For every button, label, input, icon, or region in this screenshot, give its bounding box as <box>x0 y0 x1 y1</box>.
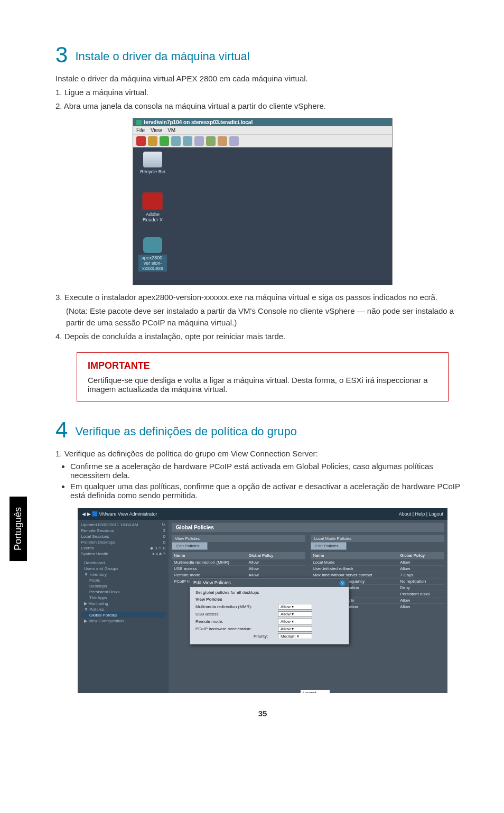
section3-step2: 2. Abra uma janela da consola na máquina… <box>55 100 470 112</box>
edit-view-policies-button[interactable]: Edit Policies... <box>172 542 208 550</box>
menu-view[interactable]: View <box>151 127 162 133</box>
priority-option[interactable]: Lowest <box>301 690 330 693</box>
view-admin-title: VMware View Administrator <box>99 511 157 517</box>
apex-installer-label: apex2800-ver sion-xxxxx.exe <box>138 255 167 272</box>
cd-icon[interactable] <box>206 136 216 146</box>
sidebar-updated: Updated 03/09/2011 10:04 AM <box>81 522 138 527</box>
stop-icon[interactable] <box>136 136 146 146</box>
info-icon: ? <box>339 580 346 586</box>
section4-number: 4 <box>55 417 68 442</box>
menu-file[interactable]: File <box>136 127 145 133</box>
section4-heading: 4 Verifique as definições de política do… <box>55 417 470 443</box>
floppy-icon[interactable] <box>218 136 227 146</box>
dialog-subtitle: Set global policies for all desktops <box>195 590 343 595</box>
stat-local-val: 0 <box>163 534 165 539</box>
vm-toolbar <box>133 134 392 147</box>
section3-title: Instale o driver da máquina virtual <box>75 50 249 63</box>
section4-bullet2: Em qualquer uma das políticas, confirme … <box>70 482 470 500</box>
play-icon[interactable] <box>160 136 169 146</box>
section4-title: Verifique as definições de política do g… <box>75 425 297 438</box>
pause-icon[interactable] <box>148 136 157 146</box>
priority-dropdown[interactable]: Lowest Lower Medium Higher Highest <box>300 689 330 693</box>
section3-step3a: 3. Execute o instalador apex2800-version… <box>55 292 470 303</box>
section4-bullet1: Confirme se a aceleração de hardware PCo… <box>70 462 470 480</box>
revert-icon[interactable] <box>183 136 192 146</box>
recycle-bin-icon[interactable]: Recycle Bin <box>138 152 167 174</box>
recycle-bin-label: Recycle Bin <box>138 169 167 174</box>
view-admin-sidebar: Updated 03/09/2011 10:04 AM↻ Remote Sess… <box>78 520 169 693</box>
section4-bullets: Confirme se a aceleração de hardware PCo… <box>55 462 470 500</box>
th-policy2: Global Policy <box>398 552 444 559</box>
remote-select[interactable]: Allow ▾ <box>278 619 312 624</box>
vmware-logo-icon: 🟦 <box>92 511 98 517</box>
stat-health-val: ♦ 4 ♣ 7 <box>152 552 165 556</box>
snapshot-icon[interactable] <box>171 136 181 146</box>
nav-pools[interactable]: Pools <box>81 577 165 583</box>
nav-thinapps[interactable]: ThinApps <box>81 595 165 601</box>
nav-monitoring[interactable]: ▶ Monitoring <box>81 601 165 606</box>
th-policy: Global Policy <box>247 552 305 559</box>
page-number: 35 <box>55 709 470 718</box>
main-header: Global Policies <box>172 523 444 532</box>
apex-installer-icon[interactable]: apex2800-ver sion-xxxxx.exe <box>138 237 167 272</box>
nav-view-config[interactable]: ▶ View Configuration <box>81 618 165 624</box>
nav-fwd-icon[interactable]: ▶ <box>87 511 91 517</box>
pcoip-select[interactable]: Allow ▾ <box>278 626 312 632</box>
section3-intro: Instale o driver da máquina virtual APEX… <box>55 73 470 85</box>
vm-window-title: tervdiwin7p104 on steresxp03.teradici.lo… <box>144 119 253 125</box>
refresh-icon[interactable]: ↻ <box>162 522 165 527</box>
dialog-title: Edit View Policies ? <box>190 578 349 587</box>
stat-health-label: System Health <box>81 552 108 556</box>
top-links[interactable]: About | Help | Logout <box>399 511 443 517</box>
remote-label: Remote mode: <box>195 619 275 624</box>
adobe-reader-label: Adobe Reader X <box>138 212 167 222</box>
table-row: Remote modeAllow <box>172 572 305 578</box>
usb-label: USB access: <box>195 612 275 616</box>
stat-remote-val: 3 <box>163 528 165 533</box>
important-body: Certifique-se que desliga e volta a liga… <box>88 376 437 394</box>
priority-label: Priority: <box>254 634 275 639</box>
stat-events-val: ◆ 0 ⚠ 0 <box>150 546 165 550</box>
nav-global-policies[interactable]: Global Policies <box>81 612 165 618</box>
th-name: Name <box>172 552 247 559</box>
nav-back-icon[interactable]: ◀ <box>82 511 86 517</box>
nav-desktops[interactable]: Desktops <box>81 583 165 589</box>
pcoip-label: PCoIP hardware acceleration: <box>195 627 275 631</box>
section3-heading: 3 Instale o driver da máquina virtual <box>55 42 470 68</box>
edit-view-policies-dialog: Edit View Policies ? Set global policies… <box>190 578 349 644</box>
menu-vm[interactable]: VM <box>167 127 175 133</box>
vsphere-console-screenshot: tervdiwin7p104 on steresxp03.teradici.lo… <box>133 118 393 285</box>
connect-icon[interactable] <box>229 136 239 146</box>
view-policies-title: View Policies <box>172 535 305 542</box>
table-row: Local ModeAllow <box>311 559 444 566</box>
section3-step3b: (Nota: Este pacote deve ser instalado a … <box>66 305 470 329</box>
edit-local-policies-button[interactable]: Edit Policies... <box>311 542 347 550</box>
nav-policies[interactable]: ▼ Policies <box>81 606 165 612</box>
adobe-reader-icon[interactable]: Adobe Reader X <box>138 192 167 222</box>
section3-step1: 1. Ligue a máquina virtual. <box>55 87 470 98</box>
nav-dashboard[interactable]: Dashboard <box>81 560 165 566</box>
priority-select[interactable]: Medium ▾ <box>278 633 312 639</box>
local-mode-title: Local Mode Policies <box>311 535 444 542</box>
view-admin-body: Updated 03/09/2011 10:04 AM↻ Remote Sess… <box>78 520 447 693</box>
view-admin-topbar: ◀ ▶ 🟦 VMware View Administrator About | … <box>78 508 447 520</box>
stat-problem-val: 0 <box>163 540 165 545</box>
usb-select[interactable]: Allow ▾ <box>278 611 312 617</box>
nav-users[interactable]: Users and Groups <box>81 566 165 572</box>
dialog-section: View Policies <box>195 597 343 602</box>
stat-remote-label: Remote Sessions <box>81 528 114 533</box>
page-content: 3 Instale o driver da máquina virtual In… <box>0 0 504 739</box>
important-box: IMPORTANTE Certifique-se que desliga e v… <box>77 352 449 401</box>
table-row: Multimedia redirection (MMR)Allow <box>172 559 305 566</box>
mmr-select[interactable]: Allow ▾ <box>278 604 312 610</box>
vm-desktop: Recycle Bin Adobe Reader X apex2800-ver … <box>133 147 392 279</box>
mmr-label: Multimedia redirection (MMR): <box>195 604 275 609</box>
section4-step1: 1. Verifique as definições de política d… <box>55 448 470 460</box>
nav-inventory[interactable]: ▼ Inventory <box>81 572 165 577</box>
vm-window-titlebar: tervdiwin7p104 on steresxp03.teradici.lo… <box>133 118 392 126</box>
th-name2: Name <box>311 552 398 559</box>
vm-menubar: File View VM <box>133 126 392 134</box>
nav-pdisks[interactable]: Persistent Disks <box>81 589 165 595</box>
manage-icon[interactable] <box>194 136 204 146</box>
section3-step4: 4. Depois de concluída a instalação, opt… <box>55 331 470 342</box>
